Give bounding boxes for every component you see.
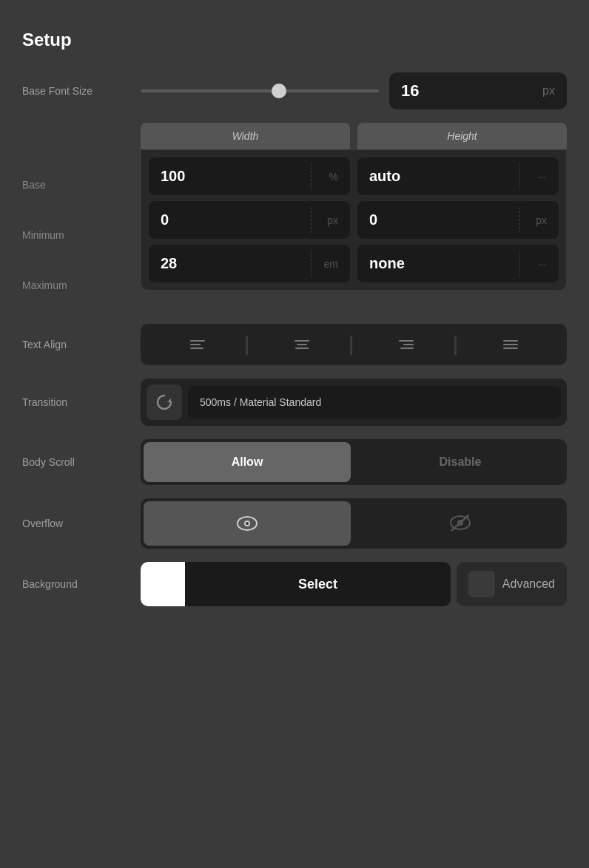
min-width-value: 0 [161,211,321,228]
align-right-button[interactable] [355,330,457,359]
min-width-cell[interactable]: 0 px [149,201,350,239]
text-align-buttons [141,324,567,365]
transition-row: Transition 500ms / Material Standard [22,379,567,426]
min-width-sep [311,207,312,234]
base-width-value: 100 [161,168,323,185]
height-col-header[interactable]: Height [357,123,567,149]
font-size-value: 16 [401,81,535,101]
font-size-slider-thumb[interactable] [272,84,286,98]
font-size-controls: 16 px [141,72,567,109]
font-size-unit: px [542,84,555,98]
bg-select-group: Select [141,562,451,606]
font-size-display: 16 px [389,72,567,109]
text-align-row: Text Align [22,324,567,365]
overflow-row: Overflow [22,498,567,549]
dim-base-row: 100 % auto ··· [149,157,559,195]
allow-button[interactable]: Allow [144,442,351,482]
bg-advanced-group[interactable]: Advanced [457,562,567,606]
min-height-unit: px [536,214,547,226]
font-size-slider-track[interactable] [141,89,379,92]
align-right-icon [399,340,414,349]
max-width-value: 28 [161,255,318,272]
refresh-icon [155,393,174,412]
base-height-unit: ··· [538,171,547,183]
base-row-label: Base [22,160,141,210]
base-font-size-row: Base Font Size 16 px [22,72,567,109]
min-height-sep [519,207,520,234]
overflow-visible-button[interactable] [144,501,351,546]
max-width-unit: em [324,258,338,270]
min-row-label: Minimum [22,210,141,260]
base-width-unit: % [329,171,338,183]
base-height-cell[interactable]: auto ··· [357,157,559,195]
background-row: Background Select Advanced [22,562,567,606]
base-width-cell[interactable]: 100 % [149,157,350,195]
max-height-value: none [369,255,532,272]
disable-button[interactable]: Disable [357,442,564,482]
dim-grid-wrap: Width Height 100 % auto ··· 0 [141,123,567,291]
align-center-icon [294,340,309,349]
min-height-value: 0 [369,211,530,228]
transition-icon-button[interactable] [147,384,182,420]
body-scroll-toggle: Allow Disable [141,439,567,485]
transition-control: 500ms / Material Standard [141,379,567,426]
align-left-icon [190,340,205,349]
bg-advanced-label: Advanced [502,577,555,591]
transition-value[interactable]: 500ms / Material Standard [188,386,561,418]
dimension-section: Base Minimum Maximum Width Height 100 % … [22,123,567,311]
bg-advanced-swatch [468,571,495,597]
min-height-cell[interactable]: 0 px [357,201,559,239]
align-center-button[interactable] [251,330,352,359]
bg-color-swatch[interactable] [141,562,185,606]
eye-slash-icon [450,515,471,532]
max-height-sep [519,251,520,277]
width-col-header[interactable]: Width [141,123,350,149]
eye-icon [237,516,258,531]
align-left-button[interactable] [147,330,248,359]
align-justify-icon [503,340,518,349]
align-justify-button[interactable] [460,330,561,359]
dim-col-headers: Width Height [141,123,567,149]
body-scroll-label: Body Scroll [22,456,141,468]
base-font-size-label: Base Font Size [22,85,141,97]
transition-label: Transition [22,396,141,408]
max-width-sep [311,251,312,277]
overflow-toggle [141,498,567,549]
base-height-sep [519,163,520,190]
page-title: Setup [22,30,567,50]
bg-select-button[interactable]: Select [185,563,451,606]
base-width-sep [311,163,312,190]
max-height-cell[interactable]: none ··· [357,245,559,282]
max-height-unit: ··· [538,258,547,270]
text-align-label: Text Align [22,339,141,350]
dim-row-labels: Base Minimum Maximum [22,123,141,311]
dim-rows: 100 % auto ··· 0 px 0 [141,149,567,291]
max-width-cell[interactable]: 28 em [149,245,350,282]
svg-point-3 [246,522,249,525]
dim-max-row: 28 em none ··· [149,245,559,282]
max-row-label: Maximum [22,260,141,311]
overflow-hidden-button[interactable] [357,501,564,546]
background-control: Select Advanced [141,562,567,606]
background-label: Background [22,578,141,590]
min-width-unit: px [327,214,338,226]
svg-marker-0 [167,399,171,402]
base-height-value: auto [369,168,532,185]
body-scroll-row: Body Scroll Allow Disable [22,439,567,485]
overflow-label: Overflow [22,518,141,529]
dim-min-row: 0 px 0 px [149,201,559,239]
